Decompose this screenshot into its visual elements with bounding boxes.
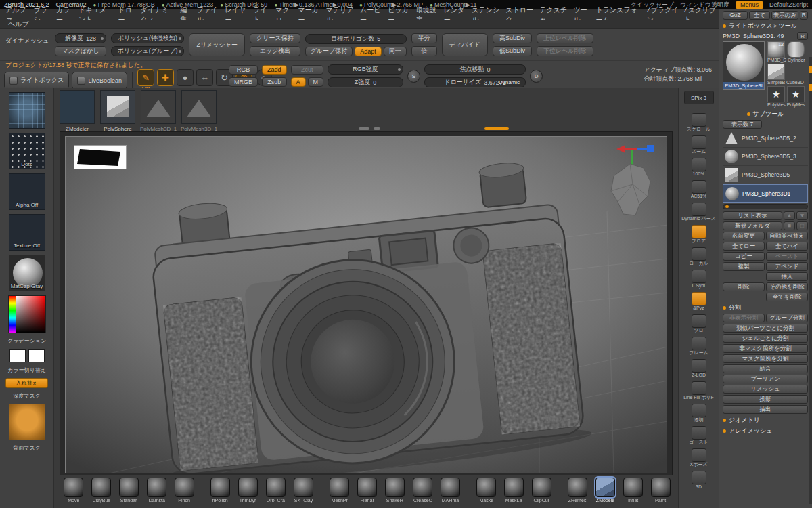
h-scroll-handle[interactable] — [374, 127, 380, 130]
rightshelf-icon[interactable]: AC51% — [679, 180, 719, 203]
subtool-button[interactable]: 結合 — [723, 364, 808, 373]
scale-mode-icon[interactable]: ⇔ — [196, 69, 213, 86]
tool-thumb-star[interactable] — [767, 86, 785, 102]
subtool-button[interactable]: アペンド — [766, 262, 808, 271]
tool-shelf-item[interactable]: PolyMesh3D_1 — [141, 90, 176, 132]
subtool-button[interactable]: マスク箇所を分割 — [723, 354, 808, 363]
secondary-color-swatch[interactable] — [28, 349, 45, 362]
brush-item[interactable]: ClayBuil — [87, 478, 115, 503]
rgb-intensity-slider[interactable]: RGB強度 — [328, 64, 403, 75]
brush-item[interactable]: hPolish — [206, 478, 234, 503]
goz-button[interactable]: GoZ — [723, 11, 748, 20]
subtool-button[interactable]: 抽出 — [723, 405, 808, 414]
subtool-button[interactable]: ▲ — [784, 211, 795, 220]
subtool-button[interactable]: 新規フォルダ — [723, 221, 782, 230]
d-knob[interactable]: D — [530, 70, 543, 83]
rightshelf-icon[interactable]: L.Sym — [679, 270, 719, 292]
draw-size-slider[interactable]: ドローサイズ 3.67271 Dynamic — [424, 77, 526, 87]
subtool-button[interactable]: シェルごとに分割 — [723, 334, 808, 343]
subtool-item[interactable]: PM3D_Sphere3D5_3 — [723, 148, 808, 166]
rightshelf-icon[interactable]: ズーム — [679, 135, 719, 158]
subtool-button[interactable]: 全てハイ — [766, 242, 808, 251]
rightshelf-icon[interactable]: フロア — [679, 225, 719, 247]
rightshelf-icon[interactable]: ローカル — [679, 247, 719, 270]
subtool-button[interactable]: ブーリアン — [723, 375, 808, 383]
same-button[interactable]: 同一 — [384, 47, 407, 56]
delete-lower-button[interactable]: 下位レベル削除 — [537, 46, 593, 56]
geometry-section[interactable]: ジオメトリ — [723, 416, 808, 425]
document-canvas[interactable] — [65, 136, 667, 473]
focal-shift-slider[interactable]: 焦点移動 0 — [424, 64, 526, 75]
show-only-button[interactable]: 表示のみ — [771, 11, 798, 20]
transpose-gyro-icon[interactable]: ✚ — [157, 69, 174, 86]
swap-colors-button[interactable]: 入れ替え — [5, 378, 47, 388]
rightshelf-spix[interactable]: SPix 3 — [679, 91, 719, 113]
main-color-swatch[interactable] — [9, 349, 26, 362]
split-header[interactable]: 分割 — [729, 303, 741, 312]
brush-item[interactable]: Move — [60, 478, 87, 503]
mrgb-button[interactable]: MRGB — [229, 77, 258, 87]
brush-item[interactable]: Inflat — [619, 478, 647, 503]
keep-groups-button[interactable]: グループ保持 — [305, 47, 353, 56]
subtool-button[interactable]: リスト表示 — [723, 211, 782, 220]
subtool-button[interactable]: 名前変更 — [723, 232, 765, 240]
rightshelf-icon[interactable]: 3D — [679, 471, 719, 493]
subtool-button[interactable]: 削除 — [723, 282, 765, 291]
subtool-button[interactable]: 非マスク箇所を分割 — [723, 344, 808, 353]
menu-help[interactable]: ヘルプ — [5, 20, 32, 29]
rightshelf-icon[interactable]: 透明 — [679, 404, 719, 426]
brush-item[interactable]: SK_Clay — [290, 478, 317, 503]
hue-strip[interactable] — [9, 296, 16, 333]
lightbox-button[interactable]: ライトボックス — [4, 72, 69, 89]
brush-item[interactable]: ClipCur — [528, 478, 556, 503]
depth-mask-label[interactable]: 深度マスク — [13, 392, 41, 400]
tool-thumb-cube[interactable] — [767, 64, 785, 80]
brush-item[interactable]: Damsta — [143, 478, 171, 503]
brush-item[interactable]: ZRemes — [564, 478, 591, 503]
tool-thumb-star[interactable] — [787, 86, 805, 102]
subtool-button[interactable]: ペースト — [766, 252, 808, 261]
brush-item[interactable]: Orb_Cra — [262, 478, 290, 503]
depth-mask-thumbnail[interactable] — [9, 404, 45, 440]
edit-mode-icon[interactable]: ✎ — [137, 69, 154, 86]
tool-thumb-sphere[interactable]: 12 — [767, 41, 785, 58]
slider-handle[interactable] — [398, 68, 401, 71]
m-button[interactable]: M — [308, 77, 324, 87]
subtool-button[interactable]: グループ分割 — [766, 314, 808, 322]
h-scroll-handle[interactable] — [359, 127, 369, 130]
high-subdiv-button[interactable]: 高SubDiv — [493, 33, 532, 43]
h-scroll-active[interactable] — [484, 127, 509, 130]
rightshelf-icon[interactable]: &Pvz — [679, 292, 719, 314]
subtool-button[interactable]: 非表示分割 — [723, 314, 765, 322]
mask-blur-button[interactable]: マスクぼかし — [55, 46, 106, 56]
brush-item[interactable]: ZModele — [591, 478, 619, 503]
rightshelf-icon[interactable]: ゴースト — [679, 426, 719, 448]
alpha-preview[interactable] — [74, 145, 127, 169]
divide-button[interactable]: ディバイド — [442, 33, 488, 56]
active-tool-thumbnail[interactable]: PM3D_Sphere3I — [723, 41, 765, 90]
subtool-button[interactable]: ▼ — [796, 211, 808, 220]
brush-item[interactable]: SnakeH — [381, 478, 409, 503]
default-zscript-button[interactable]: DefaultZScript — [769, 1, 808, 8]
adapt-button[interactable]: Adapt — [355, 47, 382, 56]
viewport-render[interactable] — [66, 137, 667, 473]
subtool-button[interactable]: 類似パーツごとに分割 — [723, 324, 808, 333]
target-polycount-slider[interactable]: 目標ポリゴン数 5 — [305, 34, 407, 44]
brush-item[interactable]: Planar — [353, 478, 381, 503]
rightshelf-icon[interactable]: Xポーズ — [679, 448, 719, 471]
resolution-slider[interactable]: 解像度 128 — [55, 33, 106, 43]
a-button[interactable]: A — [291, 77, 306, 87]
keep-crease-button[interactable]: クリース保持 — [250, 33, 300, 43]
brush-item[interactable]: MaskLa — [500, 478, 528, 503]
subtool-header[interactable]: サブツール — [753, 110, 784, 119]
menus-toggle-button[interactable]: Menus — [736, 1, 763, 9]
subtool-button[interactable]: 全てを削除 — [766, 293, 808, 301]
low-subdiv-button[interactable]: 低SubDiv — [493, 46, 532, 56]
polish-feature-slider[interactable]: ポリッシュ(特徴検知) — [111, 33, 185, 43]
slider-handle[interactable] — [179, 37, 181, 40]
brush-item[interactable]: Pinch — [171, 478, 198, 503]
rightshelf-icon[interactable]: スクロール — [679, 113, 719, 135]
slider-handle[interactable] — [179, 50, 181, 53]
rightshelf-icon[interactable]: フレーム — [679, 337, 719, 359]
brush-item[interactable]: CreaseC — [409, 478, 436, 503]
